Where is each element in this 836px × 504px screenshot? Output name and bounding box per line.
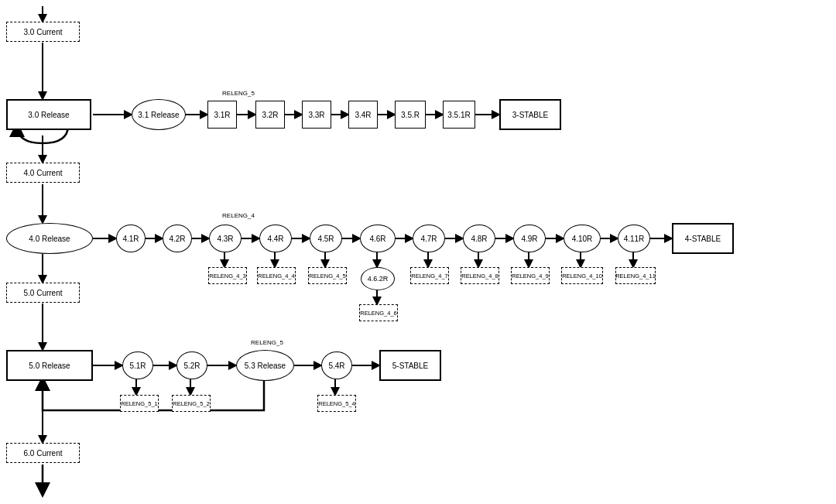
node-49r: 4.9R xyxy=(513,225,546,252)
node-releng411: RELENG_4_11 xyxy=(615,267,656,284)
node-40-release: 4.0 Release xyxy=(6,223,93,254)
node-60-current: 6.0 Current xyxy=(6,443,80,463)
node-50-release: 5.0 Release xyxy=(6,350,93,381)
node-releng44: RELENG_4_4 xyxy=(257,267,296,284)
node-43r: 4.3R xyxy=(209,225,242,252)
node-releng43: RELENG_4_3 xyxy=(208,267,247,284)
label-releng4: RELENG_4 xyxy=(207,209,269,221)
node-4-stable: 4-STABLE xyxy=(672,223,734,254)
node-33r: 3.3R xyxy=(302,101,331,129)
node-31-release: 3.1 Release xyxy=(132,99,186,130)
node-42r: 4.2R xyxy=(163,225,192,252)
node-34r: 3.4R xyxy=(348,101,378,129)
node-48r: 4.8R xyxy=(463,225,495,252)
node-351r: 3.5.1R xyxy=(443,101,475,129)
node-52r: 5.2R xyxy=(176,351,207,379)
node-411r: 4.11R xyxy=(618,225,650,252)
node-30-release: 3.0 Release xyxy=(6,99,91,130)
node-44r: 4.4R xyxy=(259,225,292,252)
node-47r: 4.7R xyxy=(413,225,445,252)
node-40-current: 4.0 Current xyxy=(6,163,80,183)
node-30-current: 3.0 Current xyxy=(6,22,80,42)
node-410r: 4.10R xyxy=(564,225,601,252)
node-462r: 4.6.2R xyxy=(361,267,395,290)
node-41r: 4.1R xyxy=(116,225,146,252)
node-53-release: 5.3 Release xyxy=(236,350,294,381)
node-46r: 4.6R xyxy=(360,225,396,252)
node-31r: 3.1R xyxy=(207,101,237,129)
label-releng5-row1: RELENG_5 xyxy=(207,87,269,99)
node-releng47: RELENG_4_7 xyxy=(410,267,449,284)
node-5-stable: 5-STABLE xyxy=(379,350,441,381)
node-releng52: RELENG_5_2 xyxy=(172,395,211,412)
node-35r: 3.5.R xyxy=(395,101,426,129)
node-51r: 5.1R xyxy=(122,351,153,379)
node-releng45: RELENG_4_5 xyxy=(308,267,347,284)
node-3-stable: 3-STABLE xyxy=(499,99,561,130)
node-releng49: RELENG_4_9 xyxy=(511,267,550,284)
node-releng54: RELENG_5_4 xyxy=(317,395,356,412)
node-32r: 3.2R xyxy=(255,101,285,129)
node-releng48: RELENG_4_8 xyxy=(461,267,499,284)
node-50-current: 5.0 Current xyxy=(6,283,80,303)
node-releng46: RELENG_4_6 xyxy=(359,304,398,321)
node-54r: 5.4R xyxy=(321,351,352,379)
node-releng51: RELENG_5_1 xyxy=(120,395,159,412)
diagram: 3.0 Current 3.0 Release 3.1 Release RELE… xyxy=(0,0,836,504)
node-releng410: RELENG_4_10 xyxy=(561,267,603,284)
node-45r: 4.5R xyxy=(310,225,342,252)
label-releng5-row3: RELENG_5 xyxy=(236,336,298,348)
